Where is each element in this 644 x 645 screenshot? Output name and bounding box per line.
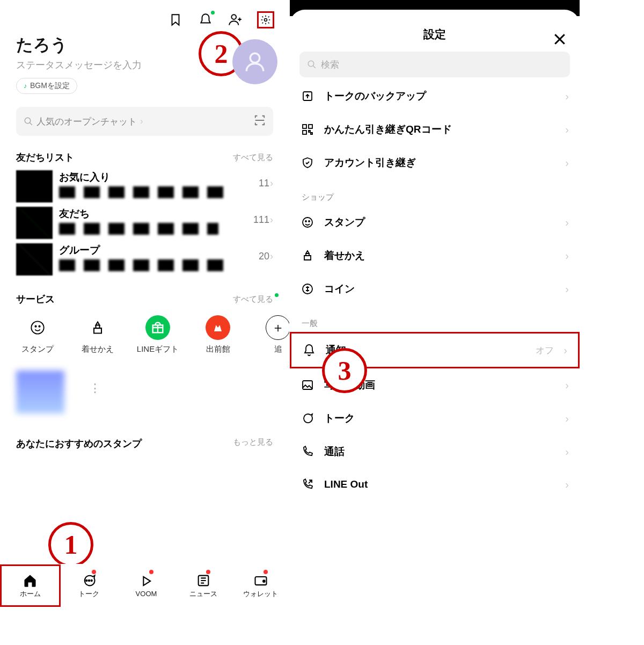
scan-icon[interactable] [254, 114, 266, 129]
svg-point-2 [250, 53, 260, 63]
row-talk[interactable]: トーク› [290, 402, 580, 435]
svc-label: 追 [274, 344, 282, 354]
add-friend-icon[interactable] [227, 11, 244, 28]
search-icon [24, 117, 33, 126]
shield-icon [301, 156, 314, 169]
avatar[interactable] [232, 39, 277, 84]
chat-icon [301, 412, 314, 425]
count: 20 [259, 251, 269, 262]
svg-point-20 [305, 221, 306, 222]
count: 11 [259, 178, 269, 189]
row-qr-transfer[interactable]: かんたん引き継ぎQRコード› [290, 113, 580, 146]
home-screen: 2 たろう ステータスメッセージを入力 ♪ BGMを設定 人気のオープンチャット… [0, 0, 290, 607]
tab-wallet[interactable]: ウォレット [232, 564, 289, 607]
row-lineout[interactable]: LINE Out› [290, 468, 580, 501]
coin-icon [301, 282, 314, 295]
svg-point-0 [231, 15, 236, 19]
settings-icon[interactable] [257, 11, 274, 28]
bookmark-icon[interactable] [167, 11, 184, 28]
thumb [16, 170, 53, 202]
svg-point-10 [91, 579, 92, 581]
row-label: スタンプ [324, 215, 555, 229]
count: 111 [253, 214, 269, 226]
search-icon [307, 60, 317, 69]
image-icon [301, 379, 314, 392]
row-label: お気に入り [59, 170, 252, 184]
services-title: サービス [16, 293, 55, 306]
row-label: 通話 [324, 445, 555, 459]
row-themes[interactable]: 着せかえ› [290, 239, 580, 272]
bottom-tab-bar: ホーム トーク VOOM ニュース ウォレット [0, 564, 289, 607]
backup-icon [301, 90, 314, 103]
svg-point-5 [35, 326, 36, 327]
redacted [59, 186, 223, 198]
svg-rect-16 [303, 125, 306, 128]
redacted [59, 259, 223, 271]
see-all-friends[interactable]: すべて見る [233, 153, 273, 163]
services-section-header: サービス すべて見る [0, 278, 289, 310]
svg-point-13 [263, 580, 265, 582]
svg-point-6 [39, 326, 40, 327]
qr-icon [301, 123, 314, 136]
notification-dot [211, 11, 215, 15]
row-account-transfer[interactable]: アカウント引き継ぎ› [290, 146, 580, 179]
friends-section-header: 友だちリスト すべて見る [0, 136, 289, 168]
friend-row-groups[interactable]: グループ 20› [0, 241, 289, 278]
recommend-title: あなたにおすすめのスタンプ [16, 437, 142, 450]
row-label: アカウント引き継ぎ [324, 156, 555, 170]
svg-rect-17 [309, 125, 312, 128]
friend-row-favorites[interactable]: お気に入り 11› [0, 168, 289, 205]
row-backup[interactable]: トークのバックアップ› [290, 79, 580, 113]
row-calls[interactable]: 通話› [290, 435, 580, 468]
tab-label: ウォレット [243, 589, 278, 599]
service-gift[interactable]: LINEギフト [136, 315, 179, 354]
settings-title: 設定 [423, 27, 446, 42]
recommend-header: あなたにおすすめのスタンプ もっと見る [0, 414, 289, 450]
music-icon: ♪ [24, 82, 27, 90]
friend-row-all[interactable]: 友だち 111› [0, 205, 289, 241]
close-icon[interactable] [552, 31, 568, 49]
svg-point-1 [265, 19, 267, 21]
row-label: LINE Out [324, 479, 555, 490]
openchat-search[interactable]: 人気のオープンチャット › [16, 107, 273, 136]
row-coins[interactable]: コイン› [290, 272, 580, 306]
service-themes[interactable]: 着せかえ [76, 315, 119, 354]
service-stamp[interactable]: スタンプ [16, 315, 59, 354]
tab-talk[interactable]: トーク [61, 564, 118, 607]
svg-point-3 [25, 118, 31, 124]
search-placeholder: 人気のオープンチャット [36, 115, 137, 128]
bgm-chip[interactable]: ♪ BGMを設定 [16, 78, 77, 94]
promo-card[interactable] [0, 354, 89, 414]
more-icon[interactable]: ⋮ [89, 354, 118, 414]
svg-point-19 [303, 218, 312, 227]
phone-icon [301, 445, 314, 458]
smile-icon [301, 216, 314, 229]
tab-voom[interactable]: VOOM [118, 564, 175, 607]
tab-home[interactable]: ホーム [0, 564, 61, 607]
bell-icon[interactable] [197, 11, 214, 28]
bell-icon [302, 344, 316, 357]
recommend-more[interactable]: もっと見る [233, 437, 273, 450]
svc-label: スタンプ [21, 344, 54, 354]
row-label: トークのバックアップ [324, 89, 555, 103]
svg-rect-23 [303, 381, 312, 389]
settings-screen: 設定 検索 トークのバックアップ› かんたん引き継ぎQRコード› アカウント引き… [290, 0, 580, 607]
tab-news[interactable]: ニュース [175, 564, 232, 607]
svg-point-14 [308, 61, 314, 67]
settings-search[interactable]: 検索 [299, 52, 570, 77]
friends-title: 友だちリスト [16, 151, 74, 164]
annotation-1: 1 [48, 522, 93, 567]
row-label: 着せかえ [324, 249, 555, 263]
see-all-services[interactable]: すべて見る [233, 294, 273, 305]
phone-out-icon [301, 478, 314, 491]
bgm-label: BGMを設定 [30, 81, 70, 91]
service-add[interactable]: ＋追 [257, 315, 289, 354]
shop-section-label: ショップ [290, 179, 580, 206]
row-stamps[interactable]: スタンプ› [290, 206, 580, 239]
brush-icon [301, 249, 314, 262]
svg-point-21 [309, 221, 310, 222]
tab-label: トーク [78, 589, 99, 599]
service-demaekan[interactable]: 出前館 [196, 315, 239, 354]
settings-header: 設定 [290, 0, 580, 49]
services-row: スタンプ 着せかえ LINEギフト 出前館 ＋追 [0, 310, 289, 354]
